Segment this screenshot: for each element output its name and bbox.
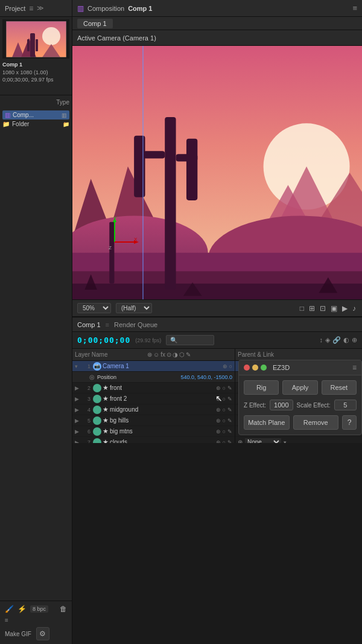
layer-shy-icon[interactable]: ○ <box>229 363 232 369</box>
parent-select[interactable]: None <box>245 438 281 443</box>
timeline-icon-3[interactable]: 🔗 <box>332 336 341 344</box>
gif-settings-button[interactable]: ⚙ <box>36 627 49 640</box>
safe-zone-icon[interactable]: ⊡ <box>319 304 327 313</box>
layer-shy-icon[interactable]: ○ <box>223 396 226 402</box>
layer-parent-icon[interactable]: ⊛ <box>216 429 221 435</box>
comp-name-header: Comp 1 <box>128 5 152 12</box>
layer-parent-icon[interactable]: ⊛ <box>216 439 221 444</box>
layer-parent-icon[interactable]: ⊛ <box>216 396 221 402</box>
layer-shy-icon[interactable]: ○ <box>223 418 226 424</box>
svg-rect-20 <box>72 284 362 299</box>
maximize-button[interactable] <box>261 365 267 371</box>
layer-expand-icon[interactable]: ▶ <box>75 407 81 413</box>
sidebar-tools-2: ≡ <box>5 617 67 623</box>
paint-icon[interactable]: 🖌️ <box>5 605 14 613</box>
timeline-tab[interactable]: Comp 1 <box>77 321 101 328</box>
sidebar-item-folder[interactable]: 📁 Folder 📁 <box>2 120 69 129</box>
comp-tab[interactable]: Comp 1 <box>77 19 113 28</box>
layer-search-input[interactable] <box>166 335 214 345</box>
layer-right-icons: ⊛ ○ ✎ <box>216 418 232 424</box>
layer-solo-icon[interactable]: ⊛ <box>223 363 227 369</box>
table-row[interactable]: ◎ Position 540.0, 540.0, -1500.0 <box>72 372 235 383</box>
viewer-icon[interactable]: □ <box>299 304 305 313</box>
make-gif-label: Make GIF <box>5 631 31 637</box>
layer-fx-icon[interactable]: ✎ <box>227 429 232 435</box>
layer-expand-icon[interactable]: ▶ <box>75 418 81 424</box>
layer-visibility[interactable]: 📷 <box>93 362 101 371</box>
z-effect-value[interactable]: 1000 <box>270 400 293 410</box>
table-row[interactable]: ▶ 2 ★ front ⊛ ○ ✎ <box>72 383 235 394</box>
main-layout: Comp 1 1080 x 1080 (1.00) 0;00;30;00, 29… <box>0 17 362 644</box>
scale-effect-value[interactable]: 5 <box>334 400 357 410</box>
layer-fx-icon[interactable]: ✎ <box>227 418 232 424</box>
chevron-down-icon[interactable]: ▾ <box>284 439 287 444</box>
comp-panel-menu-icon[interactable]: ≡ <box>352 4 357 13</box>
layer-name: Camera 1 <box>103 363 223 369</box>
table-row[interactable]: ▶ 6 ★ big mtns ⊛ ○ ✎ <box>72 426 235 437</box>
layer-parent-icon[interactable]: ⊛ <box>216 407 221 413</box>
timeline-icon-2[interactable]: ◈ <box>325 336 330 344</box>
audio-icon[interactable]: ♪ <box>351 304 357 313</box>
minimize-button[interactable] <box>252 365 258 371</box>
layer-shy-icon[interactable]: ○ <box>223 439 226 444</box>
layer-visibility[interactable] <box>93 438 101 444</box>
timeline-icon-4[interactable]: ◐ <box>343 336 349 344</box>
sidebar-tool-icon[interactable]: ⚡ <box>17 605 27 613</box>
grid-icon[interactable]: ⊞ <box>308 304 316 313</box>
layer-expand-icon[interactable]: ▶ <box>75 439 81 444</box>
layer-shy-icon[interactable]: ○ <box>223 407 226 413</box>
layer-visibility[interactable] <box>93 395 101 403</box>
table-row[interactable]: ▾ 1 📷 Camera 1 ⊛ ○ <box>72 361 235 372</box>
layer-fx-icon[interactable]: ✎ <box>227 385 232 391</box>
table-row[interactable]: ▶ 7 ★ clouds ⊛ ○ ✎ <box>72 437 235 443</box>
svg-rect-22 <box>143 151 165 158</box>
quality-select[interactable]: (Half) (Full) (Third) <box>116 303 152 313</box>
table-row[interactable]: ▶ 5 ★ bg hills ⊛ ○ ✎ <box>72 415 235 426</box>
help-button[interactable]: ? <box>342 415 357 430</box>
layer-shy-icon[interactable]: ○ <box>223 385 226 391</box>
sidebar-item-comp[interactable]: ▥ Comp... ▥ <box>2 110 69 120</box>
layer-fx-icon[interactable]: ✎ <box>227 407 232 413</box>
layer-visibility[interactable] <box>93 384 101 392</box>
sidebar-comp-type-icon: ▥ <box>62 112 67 118</box>
preview-icon[interactable]: ▶ <box>341 304 349 313</box>
match-plane-button[interactable]: Match Plane <box>244 415 290 430</box>
layer-number: 3 <box>81 396 91 402</box>
timecode-display: 0;00;00;00 <box>77 336 130 345</box>
table-row[interactable]: ▶ 4 ★ midground ⊛ ○ ✎ <box>72 404 235 415</box>
remove-button[interactable]: Remove <box>293 415 339 430</box>
rig-button[interactable]: Rig <box>244 380 279 395</box>
layer-expand-icon[interactable]: ▶ <box>75 385 81 391</box>
layer-fx-icon[interactable]: ✎ <box>227 439 232 444</box>
left-sidebar: Comp 1 1080 x 1080 (1.00) 0;00;30;00, 29… <box>0 17 72 644</box>
layer-visibility[interactable] <box>93 427 101 436</box>
layer-visibility[interactable] <box>93 406 101 414</box>
mask-icon[interactable]: ▣ <box>329 304 338 313</box>
panel-expand-icon[interactable]: ≫ <box>37 4 44 12</box>
render-queue-tab[interactable]: Render Queue <box>114 321 157 328</box>
close-button[interactable] <box>244 365 250 371</box>
table-row[interactable]: ▶ 3 ★ front 2 ⊛ ○ ✎ ↖ <box>72 394 235 404</box>
zoom-select[interactable]: 50% 100% 25% <box>77 303 111 313</box>
timeline-icon-1[interactable]: ↕ <box>320 336 323 344</box>
hamburger-icon[interactable]: ≡ <box>29 4 33 13</box>
apply-button[interactable]: Apply <box>282 380 317 395</box>
trash-icon[interactable]: 🗑 <box>60 605 67 613</box>
layer-expand-icon[interactable]: ▶ <box>75 429 81 435</box>
ez3d-plane-row: Match Plane Remove ? <box>244 415 357 430</box>
timeline-icon-5[interactable]: ⊕ <box>352 336 357 344</box>
position-property: Position <box>97 374 180 380</box>
comp-viewport[interactable]: Z Y X <box>72 46 362 299</box>
layer-parent-icon[interactable]: ⊛ <box>216 418 221 424</box>
layer-fx-icon[interactable]: ✎ <box>227 396 232 402</box>
reset-button[interactable]: Reset <box>322 380 357 395</box>
layer-expand-icon[interactable]: ▶ <box>75 396 81 402</box>
layer-expand-icon[interactable]: ▾ <box>75 363 81 369</box>
position-value: 540.0, 540.0, -1500.0 <box>180 374 232 380</box>
layers-left: Layer Name ⊛ ☺ fx ⊙ ◑ ⬡ ✎ ▾ <box>72 349 235 443</box>
ez3d-menu-icon[interactable]: ≡ <box>352 363 357 372</box>
layer-parent-icon[interactable]: ⊛ <box>216 385 221 391</box>
layer-shy-icon[interactable]: ○ <box>223 429 226 435</box>
layer-visibility[interactable] <box>93 416 101 425</box>
svg-rect-25 <box>186 139 197 200</box>
